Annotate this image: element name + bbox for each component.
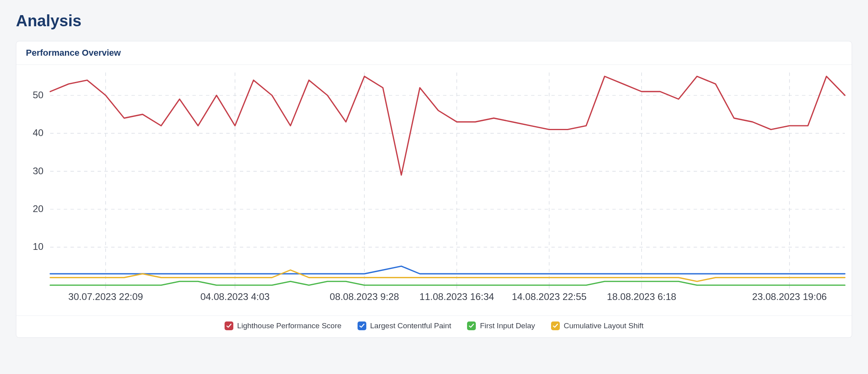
legend-item-first-input-delay[interactable]: First Input Delay [467, 321, 535, 330]
legend-label: First Input Delay [480, 321, 535, 330]
svg-text:14.08.2023 22:55: 14.08.2023 22:55 [512, 291, 586, 302]
legend-label: Cumulative Layout Shift [564, 321, 644, 330]
svg-text:08.08.2023 9:28: 08.08.2023 9:28 [330, 291, 399, 302]
legend-swatch-icon [358, 321, 366, 330]
chart-legend: Lighthouse Performance ScoreLargest Cont… [16, 316, 852, 337]
legend-item-cumulative-layout-shift[interactable]: Cumulative Layout Shift [551, 321, 644, 330]
series-largest-contentful-paint [50, 266, 845, 274]
svg-text:40: 40 [33, 127, 43, 138]
legend-swatch-icon [467, 321, 476, 330]
legend-swatch-icon [225, 321, 233, 330]
series-cumulative-layout-shift [50, 270, 845, 282]
svg-text:30.07.2023 22:09: 30.07.2023 22:09 [68, 291, 143, 302]
svg-text:04.08.2023 4:03: 04.08.2023 4:03 [200, 291, 270, 302]
performance-card: Performance Overview 102030405030.07.202… [16, 41, 852, 338]
svg-text:30: 30 [33, 166, 43, 176]
card-title: Performance Overview [16, 41, 852, 65]
legend-item-lighthouse-performance-score[interactable]: Lighthouse Performance Score [225, 321, 342, 330]
svg-text:50: 50 [33, 90, 43, 100]
svg-text:11.08.2023 16:34: 11.08.2023 16:34 [420, 291, 494, 302]
svg-text:10: 10 [33, 241, 43, 252]
series-first-input-delay [50, 281, 845, 285]
legend-label: Lighthouse Performance Score [237, 321, 342, 330]
svg-text:23.08.2023 19:06: 23.08.2023 19:06 [752, 291, 827, 302]
chart-container: 102030405030.07.2023 22:0904.08.2023 4:0… [16, 65, 852, 316]
legend-item-largest-contentful-paint[interactable]: Largest Contentful Paint [358, 321, 452, 330]
svg-text:18.08.2023 6:18: 18.08.2023 6:18 [607, 291, 676, 302]
page-root: Analysis Performance Overview 1020304050… [0, 0, 868, 354]
performance-chart[interactable]: 102030405030.07.2023 22:0904.08.2023 4:0… [16, 68, 852, 311]
series-lighthouse-performance-score [50, 76, 845, 175]
page-title: Analysis [16, 12, 852, 30]
svg-text:20: 20 [33, 203, 43, 214]
legend-label: Largest Contentful Paint [370, 321, 452, 330]
legend-swatch-icon [551, 321, 560, 330]
